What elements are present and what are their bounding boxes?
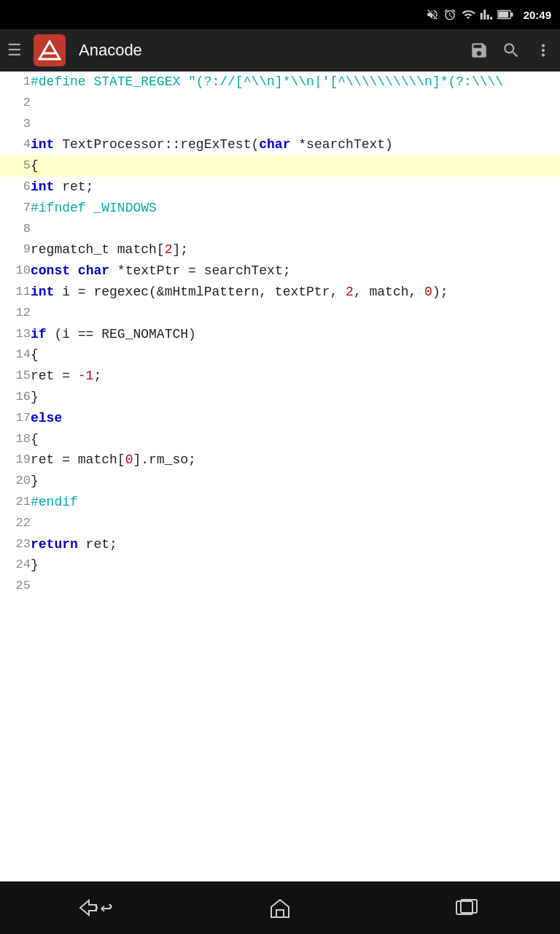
line-number: 10 <box>0 260 31 282</box>
signal-icon <box>480 8 493 21</box>
line-code: return ret; <box>31 534 560 555</box>
code-editor: 1#define STATE_REGEX "(?://[^\\n]*\\n|'[… <box>0 72 560 881</box>
table-row: 13 if (i == REG_NOMATCH) <box>0 324 560 345</box>
back-button[interactable]: ↩ <box>64 892 122 924</box>
line-number: 16 <box>0 387 31 408</box>
line-number: 5 <box>0 155 31 177</box>
overflow-menu-button[interactable] <box>534 41 553 60</box>
table-row: 11 int i = regexec(&mHtmlPattern, textPt… <box>0 282 560 303</box>
search-button[interactable] <box>502 41 521 60</box>
table-row: 21 #endif <box>0 492 560 513</box>
svg-rect-2 <box>510 12 513 17</box>
table-row: 5{ <box>0 155 560 177</box>
table-row: 19 ret = match[0].rm_so; <box>0 449 560 471</box>
line-number: 21 <box>0 492 31 513</box>
recents-icon <box>455 898 478 917</box>
line-code <box>31 219 560 240</box>
table-row: 1#define STATE_REGEX "(?://[^\\n]*\\n|'[… <box>0 72 560 93</box>
line-code <box>31 513 560 534</box>
line-code: int TextProcessor::regExTest(char *searc… <box>31 134 560 155</box>
table-row: 18 { <box>0 429 560 450</box>
line-code: } <box>31 555 560 576</box>
line-number: 20 <box>0 471 31 492</box>
table-row: 17 else <box>0 408 560 429</box>
line-code: { <box>31 429 560 450</box>
line-code: } <box>31 387 560 408</box>
table-row: 9 regmatch_t match[2]; <box>0 239 560 260</box>
table-row: 3 <box>0 114 560 135</box>
table-row: 2 <box>0 93 560 114</box>
line-number: 17 <box>0 408 31 429</box>
line-number: 4 <box>0 134 31 155</box>
svg-marker-3 <box>39 42 60 59</box>
line-number: 13 <box>0 324 31 345</box>
line-code: const char *textPtr = searchText; <box>31 260 560 282</box>
line-code <box>31 576 560 597</box>
table-row: 22 <box>0 513 560 534</box>
app-logo-icon <box>38 39 61 62</box>
line-number: 7 <box>0 198 31 219</box>
line-number: 25 <box>0 576 31 597</box>
table-row: 16 } <box>0 387 560 408</box>
line-number: 15 <box>0 366 31 387</box>
battery-icon <box>497 9 513 20</box>
line-number: 6 <box>0 177 31 198</box>
line-number: 19 <box>0 449 31 471</box>
line-number: 18 <box>0 429 31 450</box>
save-button[interactable] <box>470 41 489 60</box>
line-code: { <box>31 344 560 366</box>
app-logo <box>34 34 66 66</box>
menu-button[interactable]: ☰ <box>7 41 22 61</box>
line-code: { <box>31 155 560 177</box>
line-number: 23 <box>0 534 31 555</box>
toolbar: ☰ Anacode <box>0 29 560 72</box>
line-code <box>31 303 560 324</box>
line-number: 14 <box>0 344 31 366</box>
table-row: 6 int ret; <box>0 177 560 198</box>
home-icon <box>268 897 292 919</box>
line-number: 3 <box>0 114 31 135</box>
table-row: 4int TextProcessor::regExTest(char *sear… <box>0 134 560 155</box>
status-bar: 20:49 <box>0 0 560 29</box>
code-table: 1#define STATE_REGEX "(?://[^\\n]*\\n|'[… <box>0 72 560 597</box>
line-code: ret = -1; <box>31 366 560 387</box>
muted-icon <box>426 8 439 21</box>
line-code: #endif <box>31 492 560 513</box>
save-icon <box>470 41 489 60</box>
line-code: if (i == REG_NOMATCH) <box>31 324 560 345</box>
line-code <box>31 114 560 135</box>
table-row: 7 #ifndef _WINDOWS <box>0 198 560 219</box>
clock: 20:49 <box>524 9 551 21</box>
table-row: 15 ret = -1; <box>0 366 560 387</box>
table-row: 14 { <box>0 344 560 366</box>
line-number: 11 <box>0 282 31 303</box>
search-icon <box>502 41 521 60</box>
back-icon <box>74 898 101 918</box>
line-code: int ret; <box>31 177 560 198</box>
line-number: 22 <box>0 513 31 534</box>
recents-button[interactable] <box>438 892 496 924</box>
line-number: 2 <box>0 93 31 114</box>
app-title: Anacode <box>79 41 462 60</box>
line-code: ret = match[0].rm_so; <box>31 449 560 471</box>
svg-rect-5 <box>276 910 284 917</box>
home-button[interactable] <box>251 892 309 924</box>
line-number: 8 <box>0 219 31 240</box>
table-row: 24} <box>0 555 560 576</box>
line-code: #define STATE_REGEX "(?://[^\\n]*\\n|'[^… <box>31 72 560 93</box>
table-row: 12 <box>0 303 560 324</box>
table-row: 23 return ret; <box>0 534 560 555</box>
alarm-icon <box>443 8 456 21</box>
more-vert-icon <box>534 41 553 60</box>
toolbar-action-icons <box>470 41 553 60</box>
nav-bar: ↩ <box>0 881 560 934</box>
status-icons: 20:49 <box>426 8 551 21</box>
line-number: 1 <box>0 72 31 93</box>
table-row: 10 const char *textPtr = searchText; <box>0 260 560 282</box>
line-number: 9 <box>0 239 31 260</box>
table-row: 20 } <box>0 471 560 492</box>
line-code: } <box>31 471 560 492</box>
line-code: #ifndef _WINDOWS <box>31 198 560 219</box>
line-code: int i = regexec(&mHtmlPattern, textPtr, … <box>31 282 560 303</box>
line-number: 24 <box>0 555 31 576</box>
